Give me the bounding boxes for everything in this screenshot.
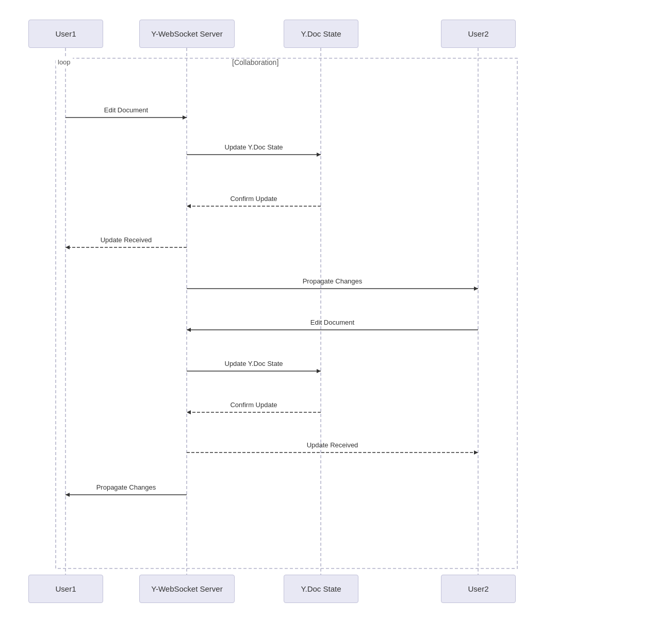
actor-websocket: Y-WebSocket Server <box>139 20 235 48</box>
message-label-m9: Update Received <box>297 441 369 449</box>
message-label-m1: Edit Document <box>90 106 162 114</box>
message-label-m5: Propagate Changes <box>297 277 369 285</box>
svg-marker-6 <box>183 115 187 120</box>
svg-marker-20 <box>187 410 191 414</box>
actor-bottom-user1-b: User1 <box>28 575 103 603</box>
actor-user1: User1 <box>28 20 103 48</box>
sequence-diagram: User1Y-WebSocket ServerY.Doc StateUser2 … <box>0 0 672 620</box>
message-label-m4: Update Received <box>90 236 162 244</box>
message-label-m3: Confirm Update <box>218 195 290 203</box>
svg-marker-8 <box>317 153 321 157</box>
message-label-m8: Confirm Update <box>218 401 290 409</box>
svg-marker-24 <box>65 493 70 497</box>
svg-marker-16 <box>187 328 191 332</box>
loop-label: loop <box>56 58 73 66</box>
actor-bottom-websocket-b: Y-WebSocket Server <box>139 575 235 603</box>
svg-marker-18 <box>317 369 321 373</box>
message-label-m10: Propagate Changes <box>90 483 162 491</box>
svg-marker-12 <box>65 245 70 249</box>
actor-bottom-user2-b: User2 <box>441 575 516 603</box>
actor-bottom-ydoc-b: Y.Doc State <box>284 575 358 603</box>
message-label-m6: Edit Document <box>297 319 369 326</box>
collaboration-label: [Collaboration] <box>232 58 278 66</box>
svg-rect-4 <box>56 58 517 568</box>
message-label-m7: Update Y.Doc State <box>218 360 290 367</box>
svg-marker-22 <box>474 450 478 455</box>
actor-ydoc: Y.Doc State <box>284 20 358 48</box>
svg-marker-14 <box>474 287 478 291</box>
actor-user2: User2 <box>441 20 516 48</box>
svg-marker-10 <box>187 204 191 208</box>
message-label-m2: Update Y.Doc State <box>218 143 290 151</box>
